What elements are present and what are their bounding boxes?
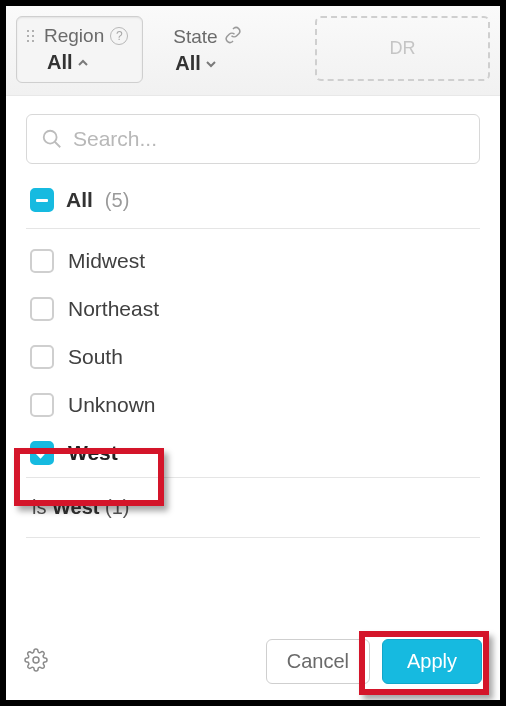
checkbox[interactable] (30, 249, 54, 273)
cancel-button[interactable]: Cancel (266, 639, 370, 684)
svg-line-1 (55, 142, 61, 148)
search-input[interactable] (73, 127, 465, 151)
options-list: Midwest Northeast South Unknown West (26, 229, 480, 478)
summary-value: West (52, 496, 99, 518)
filter-value: All (175, 52, 201, 75)
link-icon (224, 26, 242, 48)
all-label: All (66, 188, 93, 212)
checkbox-checked[interactable] (30, 441, 54, 465)
filter-pill-region[interactable]: Region ? All (16, 16, 143, 83)
select-all-row[interactable]: All (5) (26, 164, 480, 229)
option-label: Unknown (68, 393, 156, 417)
all-count: (5) (105, 189, 129, 212)
chevron-down-icon (205, 58, 217, 70)
drop-zone[interactable]: DR (315, 16, 490, 81)
checkbox-indeterminate[interactable] (30, 188, 54, 212)
search-icon (41, 128, 63, 150)
option-label: South (68, 345, 123, 369)
filter-value: All (47, 51, 73, 74)
option-row[interactable]: West (26, 429, 480, 477)
filter-panel: All (5) Midwest Northeast South Unknown … (6, 96, 500, 538)
option-row[interactable]: Midwest (26, 237, 480, 285)
summary-count: (1) (99, 496, 129, 518)
checkbox[interactable] (30, 297, 54, 321)
chevron-up-icon (77, 57, 89, 69)
panel-footer: Cancel Apply (6, 625, 500, 700)
filter-summary: is West (1) (26, 478, 480, 538)
option-label: Northeast (68, 297, 159, 321)
option-label: West (68, 441, 118, 465)
settings-button[interactable] (24, 648, 48, 676)
filter-bar: Region ? All State All DR (6, 6, 500, 96)
apply-button[interactable]: Apply (382, 639, 482, 684)
help-icon[interactable]: ? (110, 27, 128, 45)
filter-pill-state[interactable]: State All (169, 16, 289, 83)
filter-label: Region (44, 25, 104, 47)
option-row[interactable]: South (26, 333, 480, 381)
summary-prefix: is (32, 496, 52, 518)
option-row[interactable]: Unknown (26, 381, 480, 429)
search-box[interactable] (26, 114, 480, 164)
svg-point-2 (33, 657, 39, 663)
checkbox[interactable] (30, 393, 54, 417)
checkbox[interactable] (30, 345, 54, 369)
option-label: Midwest (68, 249, 145, 273)
filter-label: State (173, 26, 217, 48)
gear-icon (24, 648, 48, 672)
svg-point-0 (44, 131, 57, 144)
option-row[interactable]: Northeast (26, 285, 480, 333)
drag-handle-icon[interactable] (27, 30, 34, 42)
